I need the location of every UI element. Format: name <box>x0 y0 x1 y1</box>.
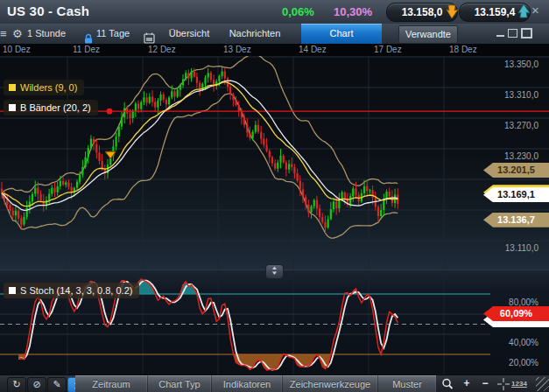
instrument-title: US 30 - Cash <box>7 4 89 18</box>
tab-chart[interactable]: Chart <box>301 24 382 44</box>
pencil-icon[interactable]: ✎ <box>47 377 67 392</box>
menu-indikatoren[interactable]: Indikatoren <box>212 375 283 392</box>
stochastic-panel: S Stoch (14, 3, 3, 0.8, 0.2) 60,09% 80,0… <box>0 270 549 375</box>
tab-uebersicht[interactable]: Übersicht <box>162 24 216 44</box>
stoch-axis-label: 40,00% <box>477 338 544 347</box>
range-percent: 10,30% <box>334 5 372 18</box>
price-axis-label: 13.110,0 <box>477 243 544 253</box>
band-upper-tag: 13.201,5 <box>483 163 549 178</box>
refresh-icon[interactable]: ↻ <box>7 377 26 392</box>
menu-muster[interactable]: Muster <box>378 375 436 392</box>
price-axis-label: 13.270,0 <box>477 121 544 130</box>
price-axis-label: 13.230,0 <box>477 151 544 161</box>
interval-selector[interactable]: 1 Stunde <box>27 24 66 44</box>
maximize-icon[interactable] <box>521 28 532 38</box>
date-label: 12 Dez <box>148 45 176 54</box>
legend-wilders[interactable]: Wilders (9, 0) <box>4 80 84 95</box>
zoom-in-icon[interactable]: + <box>459 377 475 391</box>
bollinger-upper-line <box>2 56 398 193</box>
stoch-axis-label: 80,00% <box>477 298 544 307</box>
bbands-swatch-icon <box>9 104 16 111</box>
sell-price-value: 13.158,0 <box>402 6 443 18</box>
price-axis-label: 13.310,0 <box>477 90 544 100</box>
disable-drawing-icon[interactable]: ⊘ <box>27 377 46 392</box>
span-selector[interactable]: 11 Tage <box>96 24 130 44</box>
legend-stoch[interactable]: S Stoch (14, 3, 3, 0.8, 0.2) <box>4 283 139 298</box>
trading-chart-window: US 30 - Cash 0,06% 10,30% 13.158,0 13.15… <box>0 0 549 392</box>
chart-menu-bar: Zeitraum Chart Typ Indikatoren Zeichenwe… <box>75 375 436 392</box>
menu-zeitraum[interactable]: Zeitraum <box>75 375 148 392</box>
date-label: 18 Dez <box>449 45 477 54</box>
menu-zeichenwerkzeuge[interactable]: Zeichenwerkzeuge <box>283 375 378 392</box>
close-icon[interactable]: × <box>531 3 539 18</box>
price-up-arrow-icon <box>517 3 531 20</box>
zoom-out-icon[interactable]: − <box>477 377 493 391</box>
stoch-current-tag: 60,09% <box>483 306 549 321</box>
band-lower-tag: 13.136,7 <box>483 213 549 228</box>
buy-price-value: 13.159,4 <box>475 6 516 18</box>
zoom-icon[interactable] <box>440 377 455 391</box>
legend-bbands[interactable]: B Bänder (20, 2) <box>4 100 98 116</box>
values-1234-icon[interactable]: 1234 <box>511 377 527 391</box>
tab-nachrichten[interactable]: Nachrichten <box>220 24 290 44</box>
date-axis: 10 Dez11 Dez12 Dez13 Dez14 Dez17 Dez18 D… <box>0 44 549 56</box>
price-down-arrow-icon <box>445 3 459 20</box>
restore-icon[interactable] <box>508 29 517 38</box>
date-label: 11 Dez <box>73 45 100 54</box>
menu-chart-typ[interactable]: Chart Typ <box>148 375 212 392</box>
stoch-swatch-icon <box>9 287 16 294</box>
instrument-header: US 30 - Cash 0,06% 10,30% 13.158,0 13.15… <box>0 0 549 24</box>
window-controls <box>493 23 532 43</box>
date-label: 10 Dez <box>3 45 31 54</box>
date-label: 13 Dez <box>223 45 251 54</box>
panel-splitter-handle[interactable]: ▲ ▼ <box>265 264 284 279</box>
panel-list-icon[interactable]: ≡ <box>0 24 7 44</box>
price-axis-label: 13.350,0 <box>477 60 544 69</box>
minimize-icon[interactable] <box>496 30 504 37</box>
gear-icon[interactable]: ⚙ <box>12 24 23 44</box>
change-percent: 0,06% <box>282 5 314 18</box>
red-line-handle[interactable] <box>107 108 113 115</box>
chart-toolbar: ≡ ⚙ 1 Stunde 11 Tage Übersicht Nachricht… <box>0 24 549 45</box>
resize-grip[interactable] <box>536 377 549 391</box>
price-chart-panel: Wilders (9, 0) B Bänder (20, 2) 13.201,5… <box>0 56 549 270</box>
splitter-down-icon: ▼ <box>263 270 286 276</box>
band-mid-tag: 13.169,1 <box>483 187 549 202</box>
stoch-axis-label: 20,00% <box>477 358 544 368</box>
bottom-toolbar: ↻ ⊘ ✎ ▲ ▼ Zeitraum Chart Typ Indikatoren… <box>0 374 549 392</box>
crosshair-icon[interactable] <box>496 377 511 391</box>
date-label: 14 Dez <box>299 45 327 54</box>
date-label: 17 Dez <box>374 45 402 54</box>
wilders-swatch-icon <box>9 84 16 91</box>
related-button[interactable]: Verwandte <box>398 25 458 44</box>
